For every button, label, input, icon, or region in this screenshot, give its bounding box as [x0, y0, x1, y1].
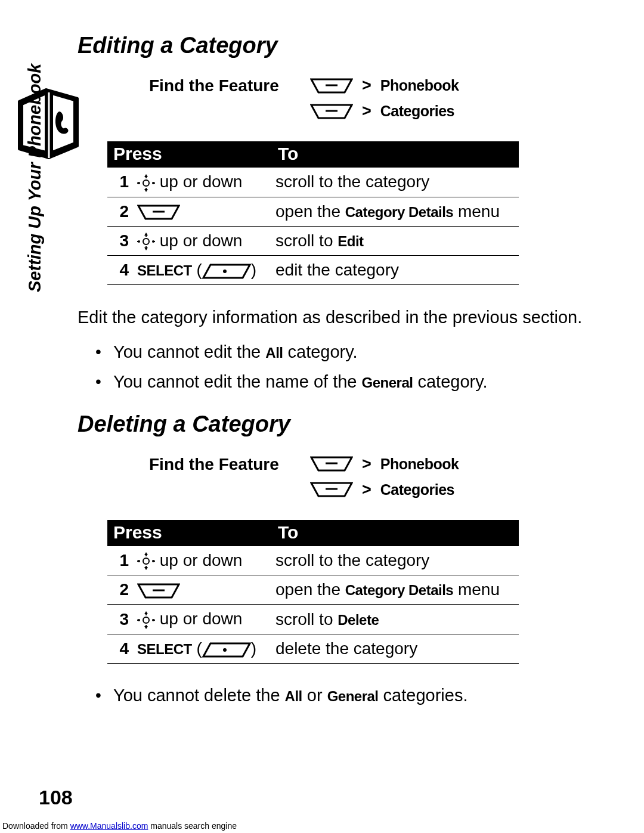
svg-point-5: [138, 182, 140, 184]
phonebook-icon: [13, 86, 85, 164]
menu-key-icon: [137, 583, 180, 599]
svg-marker-18: [144, 567, 148, 570]
table-row: 4 SELECT ( ) edit the category: [107, 256, 519, 285]
paren-open: (: [196, 261, 202, 279]
find-feature-label: Find the Feature: [149, 455, 310, 499]
paren-close: ): [251, 261, 256, 279]
nav-stick-icon: [137, 174, 155, 192]
table-row: 2 open the Category Details menu: [107, 197, 519, 226]
svg-marker-24: [144, 626, 148, 629]
nav-stick-icon: [137, 611, 155, 629]
breadcrumb-separator: >: [362, 455, 371, 473]
nav-phonebook-row: > Phonebook: [310, 455, 459, 473]
svg-point-8: [143, 239, 149, 244]
menu-key-icon: [310, 104, 353, 119]
menu-key-icon: [310, 78, 353, 94]
find-feature-label: Find the Feature: [149, 76, 310, 120]
table-row: 3 up or down scroll to Edit: [107, 226, 519, 256]
svg-point-25: [138, 619, 140, 621]
svg-point-27: [223, 648, 227, 652]
nav-categories-row: > Categories: [310, 481, 459, 499]
heading-deleting-category: Deleting a Category: [78, 411, 584, 437]
step-number: 4: [107, 634, 134, 663]
select-label: SELECT: [137, 641, 192, 657]
find-feature-block-2: Find the Feature > Phonebook > Categorie…: [113, 455, 584, 499]
menu-key-icon: [137, 205, 180, 220]
nav-categories-row: > Categories: [310, 102, 459, 120]
table-row: 3 up or down scroll to Delete: [107, 605, 519, 634]
list-item: You cannot delete the All or General cat…: [95, 685, 584, 707]
svg-marker-9: [144, 233, 148, 236]
breadcrumb-separator: >: [362, 102, 371, 120]
nav-phonebook-row: > Phonebook: [310, 76, 459, 95]
to-bold: Category Details: [345, 582, 453, 598]
breadcrumb-separator: >: [362, 481, 371, 499]
footer-attribution: Downloaded from www.Manualslib.com manua…: [0, 819, 239, 833]
to-bold: Delete: [338, 612, 379, 628]
step-number: 3: [107, 226, 134, 256]
list-item: You cannot edit the All category.: [95, 341, 584, 364]
to-text: scroll to the category: [275, 172, 429, 191]
menu-key-icon: [310, 456, 353, 472]
step-number: 2: [107, 575, 134, 605]
to-bold: Edit: [338, 233, 363, 249]
to-before: open the: [275, 580, 345, 599]
col-header-to: To: [272, 141, 519, 168]
table-row: 1 up or down scroll to the category: [107, 546, 519, 575]
svg-point-6: [152, 182, 154, 184]
table-row: 2 open the Category Details menu: [107, 575, 519, 605]
body-paragraph: Edit the category information as describ…: [78, 306, 584, 329]
to-before: scroll to: [275, 610, 338, 628]
editing-steps-table: Press To 1 up or down scroll to the cate…: [107, 141, 519, 285]
deleting-steps-table: Press To 1 up or down scroll to the cate…: [107, 520, 519, 664]
step-number: 2: [107, 197, 134, 226]
to-text: delete the category: [275, 639, 417, 658]
footer-link[interactable]: www.Manualslib.com: [70, 821, 148, 831]
svg-marker-4: [144, 189, 148, 192]
nav-categories: Categories: [380, 103, 454, 120]
nav-categories: Categories: [380, 481, 454, 498]
svg-point-16: [143, 558, 149, 564]
paren-open: (: [196, 639, 202, 658]
step-number: 1: [107, 168, 134, 197]
svg-point-22: [143, 617, 149, 623]
press-text: up or down: [155, 609, 242, 628]
press-text: up or down: [155, 551, 242, 569]
svg-marker-10: [144, 247, 148, 250]
to-text: scroll to the category: [275, 551, 429, 569]
step-number: 4: [107, 256, 134, 285]
select-key-icon: [202, 264, 251, 279]
step-number: 3: [107, 605, 134, 634]
side-section-label: Setting Up Your Phonebook: [25, 64, 45, 292]
svg-marker-17: [144, 552, 148, 555]
nav-phonebook: Phonebook: [380, 77, 459, 94]
select-label: SELECT: [137, 262, 192, 278]
page-number: 108: [39, 786, 73, 809]
to-before: open the: [275, 202, 345, 221]
select-key-icon: [202, 642, 251, 658]
deleting-bullets: You cannot delete the All or General cat…: [78, 685, 584, 707]
breadcrumb-separator: >: [362, 76, 371, 95]
col-header-to: To: [272, 520, 519, 546]
svg-point-26: [152, 619, 154, 621]
to-before: scroll to: [275, 231, 338, 250]
list-item: You cannot edit the name of the General …: [95, 371, 584, 394]
heading-editing-category: Editing a Category: [78, 33, 584, 58]
table-row: 4 SELECT ( ) delete the category: [107, 634, 519, 663]
to-after: menu: [453, 202, 500, 221]
press-text: up or down: [155, 172, 242, 191]
to-after: menu: [453, 580, 500, 599]
nav-stick-icon: [137, 233, 155, 250]
svg-point-2: [143, 180, 149, 186]
paren-close: ): [251, 639, 256, 658]
svg-point-11: [138, 240, 140, 243]
step-number: 1: [107, 546, 134, 575]
table-row: 1 up or down scroll to the category: [107, 168, 519, 197]
to-bold: Category Details: [345, 204, 453, 220]
svg-marker-3: [144, 174, 148, 177]
nav-stick-icon: [137, 552, 155, 570]
svg-point-13: [223, 270, 227, 273]
menu-key-icon: [310, 482, 353, 497]
svg-point-12: [152, 240, 154, 243]
editing-bullets: You cannot edit the All category. You ca…: [78, 341, 584, 393]
